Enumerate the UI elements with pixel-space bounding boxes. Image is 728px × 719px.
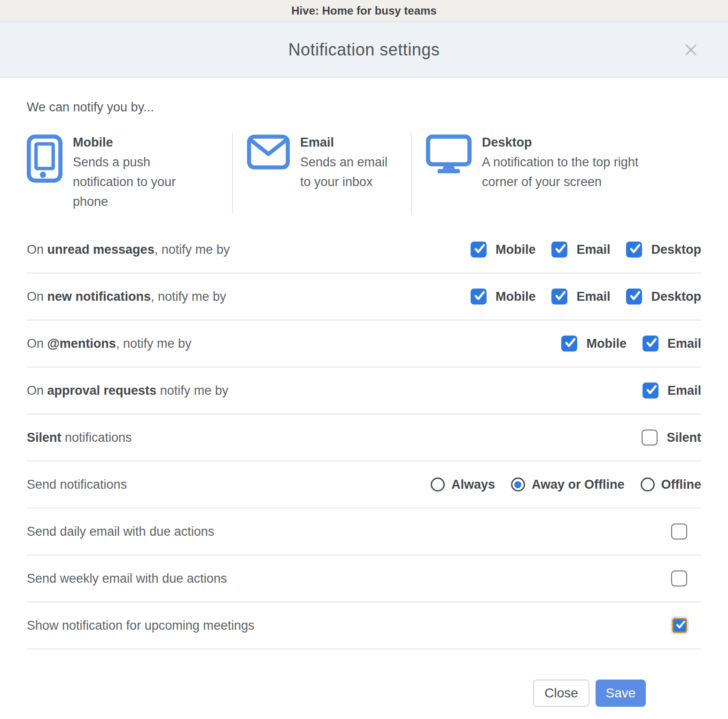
checkbox-label: Desktop <box>651 289 701 304</box>
channels: Mobile Sends a push notification to your… <box>27 133 701 213</box>
checkbox-label: Email <box>576 242 610 257</box>
radio-label: Away or Offline <box>532 477 625 492</box>
dialog-footer: Close Save <box>27 649 701 707</box>
radio-label: Offline <box>661 477 702 492</box>
checkbox-group[interactable] <box>671 524 701 539</box>
channel-card: Mobile Sends a push notification to your… <box>27 133 232 213</box>
checkbox[interactable] <box>626 289 642 305</box>
checkbox-label: Email <box>667 383 701 398</box>
checkbox[interactable] <box>471 289 487 305</box>
row-controls: MobileEmailDesktop <box>471 289 701 305</box>
radio-button[interactable] <box>431 477 445 492</box>
radio-button[interactable] <box>511 477 525 492</box>
channel-text: Mobile Sends a push notification to your… <box>73 133 194 211</box>
row-controls <box>671 524 701 539</box>
channel-description: Sends an email to your inbox <box>300 152 401 192</box>
settings-row: Show notification for upcoming meetings <box>27 602 701 649</box>
checkbox-group[interactable] <box>672 618 701 633</box>
window-title: Hive: Home for busy teams <box>291 4 436 17</box>
checkbox-group-email[interactable]: Email <box>643 336 701 352</box>
row-controls: Email <box>643 383 701 399</box>
checkbox-label: Mobile <box>496 242 536 257</box>
row-label: Show notification for upcoming meetings <box>27 618 255 633</box>
close-button[interactable]: Close <box>533 680 589 707</box>
channel-text: Desktop A notification to the top right … <box>482 133 672 192</box>
settings-row: Silent notifications Silent <box>27 414 701 461</box>
checkbox[interactable] <box>671 524 687 539</box>
desktop-icon <box>426 134 472 173</box>
channel-description: A notification to the top right corner o… <box>482 152 672 192</box>
row-label: Send notifications <box>27 477 127 492</box>
checkbox-group-email[interactable]: Email <box>551 242 610 258</box>
checkbox-label: Email <box>667 336 701 351</box>
row-label: On approval requests notify me by <box>27 383 228 398</box>
checkbox[interactable] <box>551 289 567 305</box>
row-label: On @mentions, notify me by <box>27 336 191 351</box>
radio-label: Always <box>451 477 495 492</box>
checkbox[interactable] <box>671 571 687 586</box>
row-label: On unread messages, notify me by <box>27 242 230 257</box>
checkbox-label: Desktop <box>651 242 701 257</box>
checkbox-label: Silent <box>666 430 701 445</box>
channel-card: Desktop A notification to the top right … <box>411 133 701 213</box>
row-controls <box>671 571 701 586</box>
close-icon[interactable] <box>683 42 699 58</box>
dialog-header: Notification settings <box>0 22 728 78</box>
checkbox-group-mobile[interactable]: Mobile <box>561 336 627 352</box>
checkbox[interactable] <box>626 242 642 258</box>
checkbox[interactable] <box>643 336 658 352</box>
radio-button[interactable] <box>641 477 655 492</box>
row-controls: AlwaysAway or OfflineOffline <box>431 477 701 492</box>
settings-row: Send weekly email with due actions <box>27 555 701 602</box>
row-controls: MobileEmail <box>561 336 701 352</box>
mobile-icon <box>27 134 62 183</box>
radio-group-offline[interactable]: Offline <box>641 477 702 492</box>
settings-row: On unread messages, notify me by MobileE… <box>27 227 701 274</box>
row-label: Send daily email with due actions <box>27 524 214 539</box>
checkbox-group-desktop[interactable]: Desktop <box>626 242 701 258</box>
row-label: On new notifications, notify me by <box>27 289 226 304</box>
checkbox-label: Email <box>576 289 610 304</box>
checkbox[interactable] <box>672 618 687 633</box>
dialog-title: Notification settings <box>288 40 440 60</box>
checkbox-group-silent[interactable]: Silent <box>642 430 701 445</box>
settings-row: On approval requests notify me by Email <box>27 367 701 414</box>
row-label: Send weekly email with due actions <box>27 571 227 586</box>
radio-group-away-or-offline[interactable]: Away or Offline <box>511 477 625 492</box>
channel-title: Desktop <box>482 133 672 152</box>
row-controls <box>672 618 701 633</box>
settings-row: Send notifications AlwaysAway or Offline… <box>27 461 701 508</box>
checkbox-group-mobile[interactable]: Mobile <box>471 289 536 305</box>
row-controls: Silent <box>642 430 701 445</box>
settings-rows: On unread messages, notify me by MobileE… <box>27 227 701 649</box>
checkbox[interactable] <box>561 336 577 352</box>
row-controls: MobileEmailDesktop <box>471 242 701 258</box>
settings-row: On new notifications, notify me by Mobil… <box>27 274 701 320</box>
channel-card: Email Sends an email to your inbox <box>232 133 411 213</box>
channel-text: Email Sends an email to your inbox <box>300 133 401 192</box>
browser-titlebar: Hive: Home for busy teams <box>0 0 728 22</box>
settings-row: Send daily email with due actions <box>27 508 701 555</box>
dialog-body: We can notify you by... Mobile Sends a p… <box>0 100 728 707</box>
checkbox-label: Mobile <box>496 289 536 304</box>
settings-row: On @mentions, notify me by MobileEmail <box>27 320 701 367</box>
checkbox-group[interactable] <box>671 571 701 586</box>
checkbox-label: Mobile <box>586 336 627 351</box>
checkbox[interactable] <box>643 383 658 399</box>
checkbox-group-email[interactable]: Email <box>551 289 610 305</box>
checkbox[interactable] <box>471 242 487 258</box>
checkbox[interactable] <box>642 430 658 445</box>
checkbox-group-mobile[interactable]: Mobile <box>471 242 536 258</box>
channel-title: Email <box>300 133 401 152</box>
row-label: Silent notifications <box>27 430 132 445</box>
save-button[interactable]: Save <box>596 680 646 707</box>
radio-group-always[interactable]: Always <box>431 477 495 492</box>
channel-title: Mobile <box>73 133 194 152</box>
checkbox-group-email[interactable]: Email <box>643 383 701 399</box>
checkbox[interactable] <box>551 242 567 258</box>
intro-text: We can notify you by... <box>27 100 701 115</box>
email-icon <box>247 134 290 170</box>
channel-description: Sends a push notification to your phone <box>73 152 194 211</box>
checkbox-group-desktop[interactable]: Desktop <box>626 289 701 305</box>
